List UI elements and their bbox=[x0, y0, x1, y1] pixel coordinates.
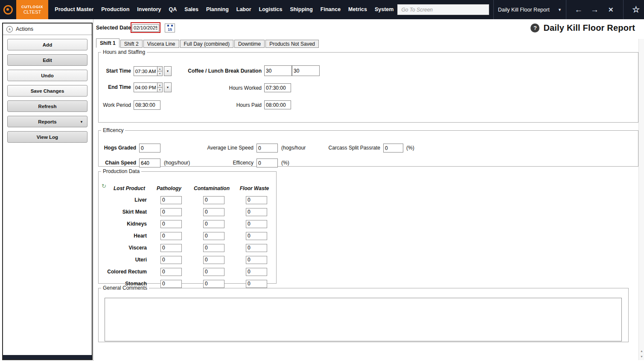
carcass-split-passrate-input[interactable] bbox=[383, 144, 403, 153]
main-menu: Product Master Production Inventory QA S… bbox=[51, 0, 397, 19]
pathology-input[interactable] bbox=[160, 256, 182, 264]
add-button[interactable]: Add bbox=[7, 39, 87, 50]
pathology-header: Pathology bbox=[148, 185, 190, 191]
sidebar-content-divider bbox=[93, 19, 93, 361]
scroll-down-icon[interactable]: ▼ bbox=[639, 354, 644, 359]
contamination-input[interactable] bbox=[203, 244, 224, 252]
tab-products-not-saved[interactable]: Products Not Saved bbox=[265, 40, 319, 48]
hours-staffing-legend: Hours and Staffing bbox=[101, 49, 147, 55]
floor-waste-input[interactable] bbox=[246, 220, 267, 228]
refresh-button[interactable]: Refresh bbox=[7, 100, 87, 112]
save-changes-button[interactable]: Save Changes bbox=[7, 85, 87, 97]
selected-date-input[interactable] bbox=[132, 24, 159, 32]
pathology-input[interactable] bbox=[160, 232, 182, 240]
scroll-up-icon[interactable]: ▲ bbox=[639, 349, 644, 354]
menu-item-product-master[interactable]: Product Master bbox=[51, 0, 97, 19]
end-time-dropdown-button[interactable]: ▼ bbox=[164, 82, 172, 92]
vertical-scrollbar[interactable]: ▲ ▼ bbox=[638, 39, 644, 360]
general-comments-group: General Comments bbox=[98, 285, 629, 342]
chevron-up-icon: ∧ bbox=[9, 27, 11, 31]
tab-downtime[interactable]: Downtime bbox=[234, 40, 265, 48]
topbar-separator bbox=[623, 0, 624, 19]
menu-item-production[interactable]: Production bbox=[97, 0, 133, 19]
chain-speed-input[interactable] bbox=[139, 158, 160, 167]
efficiency-input[interactable] bbox=[256, 158, 278, 167]
menu-item-finance[interactable]: Finance bbox=[317, 0, 344, 19]
forward-button[interactable]: → bbox=[587, 0, 603, 19]
end-time-input[interactable] bbox=[134, 82, 157, 92]
view-log-button[interactable]: View Log bbox=[7, 131, 87, 143]
undo-button[interactable]: Undo bbox=[7, 70, 87, 81]
tab-full-day-combined[interactable]: Full Day (combined) bbox=[180, 40, 233, 48]
menu-item-shipping[interactable]: Shipping bbox=[286, 0, 316, 19]
menu-item-planning[interactable]: Planning bbox=[202, 0, 233, 19]
hours-paid-input[interactable] bbox=[264, 100, 291, 109]
menu-item-qa[interactable]: QA bbox=[165, 0, 181, 19]
screen-selector-dropdown[interactable]: Daily Kill Floor Report ▼ bbox=[498, 7, 562, 13]
end-time-spinner: ▲ ▼ bbox=[157, 82, 163, 92]
contamination-input[interactable] bbox=[203, 196, 224, 204]
tab-shift-1[interactable]: Shift 1 bbox=[96, 38, 119, 48]
hogs-graded-input[interactable] bbox=[139, 144, 160, 153]
menu-item-logistics[interactable]: Logistics bbox=[255, 0, 286, 19]
general-comments-textarea[interactable] bbox=[105, 298, 622, 341]
pathology-input[interactable] bbox=[160, 244, 182, 252]
contamination-input[interactable] bbox=[203, 256, 224, 264]
average-line-speed-label: Average Line Speed bbox=[199, 145, 254, 151]
menu-item-inventory[interactable]: Inventory bbox=[133, 0, 165, 19]
contamination-input[interactable] bbox=[203, 220, 224, 228]
menu-item-metrics[interactable]: Metrics bbox=[344, 0, 371, 19]
start-time-input[interactable] bbox=[134, 66, 157, 76]
brand-block: CUTLOGIX CLTEST bbox=[16, 0, 49, 19]
hours-paid-label: Hours Paid bbox=[186, 102, 262, 108]
floor-waste-input[interactable] bbox=[246, 232, 267, 240]
hours-worked-input[interactable] bbox=[264, 83, 291, 92]
table-row: Colored Rectum bbox=[99, 266, 276, 278]
contamination-input[interactable] bbox=[203, 268, 224, 276]
average-line-speed-input[interactable] bbox=[256, 144, 278, 153]
app-logo-icon bbox=[3, 5, 13, 15]
calendar-button[interactable]: 15 bbox=[165, 23, 175, 32]
reports-button[interactable]: Reports ▼ bbox=[7, 116, 87, 127]
actions-panel-header: ∧ Actions bbox=[3, 23, 92, 35]
end-time-spin-down-button[interactable]: ▼ bbox=[157, 87, 163, 92]
edit-button[interactable]: Edit bbox=[7, 54, 87, 66]
tab-shift-2[interactable]: Shift 2 bbox=[120, 40, 143, 48]
menu-item-system[interactable]: System bbox=[371, 0, 397, 19]
help-button[interactable]: ? bbox=[530, 23, 539, 32]
floor-waste-header: Floor Waste bbox=[233, 185, 276, 191]
pathology-input[interactable] bbox=[160, 196, 182, 204]
floor-waste-input[interactable] bbox=[246, 268, 267, 276]
tab-viscera-line[interactable]: Viscera Line bbox=[143, 40, 179, 48]
pathology-input[interactable] bbox=[160, 220, 182, 228]
pathology-input[interactable] bbox=[160, 208, 182, 216]
close-screen-button[interactable]: ✕ bbox=[603, 0, 619, 19]
break-duration-input-2[interactable] bbox=[292, 65, 320, 76]
back-arrow-icon: ← bbox=[574, 5, 583, 14]
menu-item-labor[interactable]: Labor bbox=[233, 0, 255, 19]
chain-speed-unit: (hogs/hour) bbox=[164, 160, 190, 166]
floor-waste-input[interactable] bbox=[246, 256, 267, 264]
back-button[interactable]: ← bbox=[571, 0, 587, 19]
favorite-button[interactable]: ☆ bbox=[628, 0, 644, 19]
floor-waste-input[interactable] bbox=[246, 196, 267, 204]
collapse-panel-icon[interactable]: ∧ bbox=[6, 26, 13, 32]
break-duration-input-1[interactable] bbox=[264, 65, 292, 76]
floor-waste-input[interactable] bbox=[246, 244, 267, 252]
contamination-header: Contamination bbox=[190, 185, 233, 191]
close-icon: ✕ bbox=[608, 6, 614, 13]
goto-screen-input[interactable] bbox=[397, 4, 489, 15]
floor-waste-input[interactable] bbox=[246, 208, 267, 216]
work-period-input[interactable] bbox=[134, 100, 160, 110]
forward-arrow-icon: → bbox=[591, 5, 599, 14]
table-row: Liver bbox=[99, 194, 276, 206]
start-time-spin-down-button[interactable]: ▼ bbox=[157, 71, 163, 76]
contamination-input[interactable] bbox=[203, 232, 224, 240]
start-time-dropdown-button[interactable]: ▼ bbox=[164, 66, 172, 76]
contamination-input[interactable] bbox=[203, 208, 224, 216]
chain-speed-label: Chain Speed bbox=[99, 160, 136, 166]
menu-item-sales[interactable]: Sales bbox=[181, 0, 202, 19]
production-data-legend: Production Data bbox=[101, 168, 141, 174]
lost-product-label: Uteri bbox=[99, 257, 148, 263]
pathology-input[interactable] bbox=[160, 268, 182, 276]
